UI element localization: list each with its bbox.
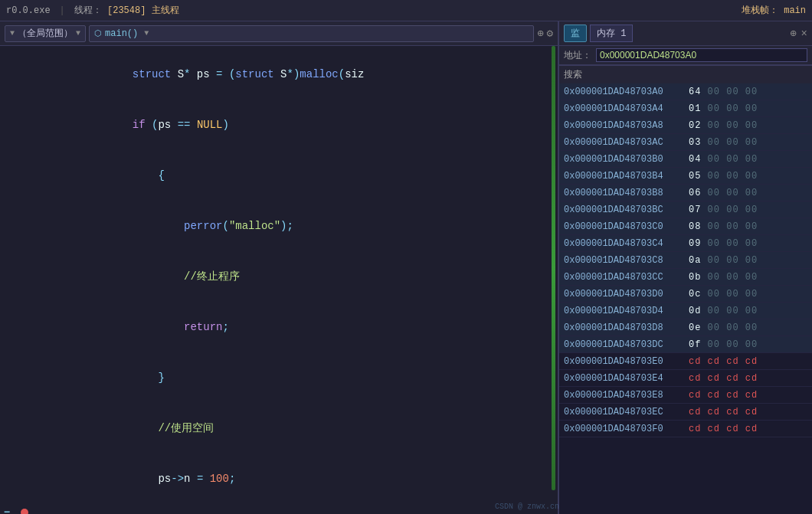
mem-bytes: cd cd cd cd [686,370,761,387]
memory-row: 0x000001DAD48703D00c 00 00 00 [559,286,812,303]
mem-bytes: 01 00 00 00 [686,100,761,117]
mem-addr: 0x000001DAD48703A0 [559,83,686,100]
gutter: − [0,504,14,514]
mem-addr: 0x000001DAD48703D4 [559,303,686,319]
main-layout: ▼ （全局范围） ▼ ⬡ main() ▼ ⊕ ⚙ str [0,21,812,514]
memory-row: 0x000001DAD48703C80a 00 00 00 [559,252,812,269]
arrow-indicator [35,352,49,369]
memory-row: 0x000001DAD48703AC03 00 00 00 [559,134,812,151]
code-line: return; [0,302,558,352]
breakpoint-area[interactable] [14,504,35,514]
mem-addr: 0x000001DAD48703E0 [559,353,686,370]
green-bar [552,46,555,490]
code-content: ps->n = 100; [49,453,558,504]
addr-label: 地址： [564,49,591,62]
code-content: perror("malloc"); [49,201,558,251]
mem-addr: 0x000001DAD48703D0 [559,286,686,303]
memory-row: 0x000001DAD48703D40d 00 00 00 [559,303,812,319]
memory-row: 0x000001DAD48703F0cd cd cd cd [559,421,812,437]
code-line: ps->n = 100; [0,453,558,504]
memory-content[interactable]: 0x000001DAD48703A064 00 00 000x000001DAD… [559,83,812,514]
memory-row: 0x000001DAD48703C008 00 00 00 [559,218,812,235]
code-content: struct S* ps = (struct S*)malloc(siz [49,49,558,100]
mem-bytes: 0c 00 00 00 [686,286,761,303]
search-bar: 搜索 [559,65,812,83]
code-lines: struct S* ps = (struct S*)malloc(siz if … [0,46,558,514]
mem-bytes: cd cd cd cd [686,404,761,421]
breakpoint-area [14,49,35,66]
arrow-indicator [35,403,49,420]
code-area[interactable]: struct S* ps = (struct S*)malloc(siz if … [0,46,558,514]
thread-label: 线程： [23548] 主线程 [74,4,179,17]
breakpoint-area [14,100,35,116]
pin-icon[interactable]: ⊕ [537,27,543,40]
memory-row: 0x000001DAD48703BC07 00 00 00 [559,201,812,218]
mem-bytes: cd cd cd cd [686,421,761,437]
mem-addr: 0x000001DAD48703C8 [559,252,686,269]
search-label: 搜索 [564,68,582,81]
gear-icon[interactable]: ⚙ [547,27,553,40]
mem-bytes: 03 00 00 00 [686,134,761,151]
scope-label: （全局范围） [18,27,73,40]
arrow-indicator [35,201,49,218]
func-dropdown[interactable]: ⬡ main() ▼ [89,25,534,42]
memory-row: 0x000001DAD48703E8cd cd cd cd [559,387,812,404]
exe-title: r0.0.exe [6,5,51,16]
mem-addr: 0x000001DAD48703A8 [559,117,686,134]
code-line-current: − int i = 0; [0,504,558,514]
mem-addr: 0x000001DAD48703CC [559,269,686,286]
code-line: if (ps == NULL) [0,100,558,150]
memory-row: 0x000001DAD48703ECcd cd cd cd [559,404,812,421]
code-content: { [49,150,558,201]
addr-input[interactable] [596,48,807,62]
memory-row: 0x000001DAD48703DC0f 00 00 00 [559,336,812,353]
mem-bytes: 0d 00 00 00 [686,303,761,319]
mem-tab-1[interactable]: 内存 1 [590,25,633,42]
mem-bytes: 0b 00 00 00 [686,269,761,286]
top-bar: r0.0.exe | 线程： [23548] 主线程 堆栈帧： main [0,0,812,21]
memory-row: 0x000001DAD48703CC0b 00 00 00 [559,269,812,286]
mem-addr: 0x000001DAD48703B8 [559,185,686,201]
mem-addr: 0x000001DAD48703E4 [559,370,686,387]
scope-chevron: ▼ [76,29,80,38]
memory-row: 0x000001DAD48703B405 00 00 00 [559,168,812,185]
mem-addr: 0x000001DAD48703A4 [559,100,686,117]
mem-addr: 0x000001DAD48703EC [559,404,686,421]
arrow-indicator [35,251,49,268]
mem-addr: 0x000001DAD48703DC [559,336,686,353]
mem-bytes: 0f 00 00 00 [686,336,761,353]
code-line: //使用空间 [0,403,558,453]
breakpoint-area [14,453,35,470]
jian-tab[interactable]: 监 [564,25,587,42]
close-btn[interactable]: × [801,28,807,40]
minus-icon[interactable]: − [4,504,10,514]
code-content: return; [49,302,558,352]
mem-bytes: cd cd cd cd [686,353,761,370]
pin-btn[interactable]: ⊕ [790,27,796,40]
memory-tabs: 监 内存 1 ⊕ × [559,21,812,46]
arrow-indicator [35,453,49,470]
code-line: } [0,352,558,403]
mem-addr: 0x000001DAD48703C0 [559,218,686,235]
memory-panel: 监 内存 1 ⊕ × 地址： 搜索 0x000001DAD48703A064 0… [559,21,812,514]
memory-row: 0x000001DAD48703E0cd cd cd cd [559,353,812,370]
code-line: { [0,150,558,201]
breakpoint-area [14,352,35,369]
mem-bytes: 0a 00 00 00 [686,252,761,269]
scope-dropdown[interactable]: ▼ （全局范围） ▼ [5,25,86,42]
memory-row: 0x000001DAD48703C409 00 00 00 [559,235,812,252]
arrow-indicator [35,302,49,319]
arrow-indicator [35,150,49,167]
func-arrow: ▼ [144,29,149,38]
arrow-indicator [35,504,49,514]
code-content: int i = 0; [49,504,558,514]
code-line: perror("malloc"); [0,201,558,251]
memory-row: 0x000001DAD48703A802 00 00 00 [559,117,812,134]
mem-bytes: 02 00 00 00 [686,117,761,134]
breakpoint-area [14,150,35,167]
memory-row: 0x000001DAD48703A401 00 00 00 [559,100,812,117]
breakpoint-area [14,302,35,319]
scope-arrow: ▼ [10,29,15,38]
mem-bytes: 08 00 00 00 [686,218,761,235]
memory-row: 0x000001DAD48703A064 00 00 00 [559,83,812,100]
